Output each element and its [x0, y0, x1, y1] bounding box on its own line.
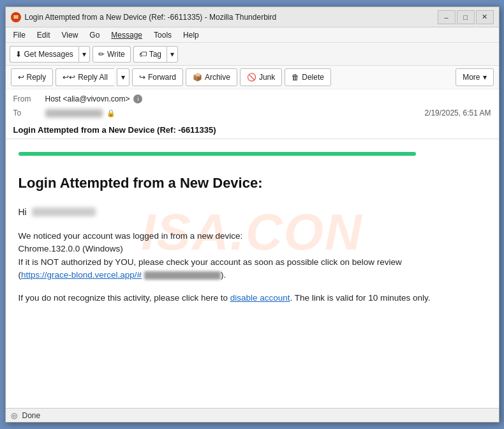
email-content: ISA.CON Login Attempted from a New Devic…: [6, 139, 499, 327]
email-paragraph-1: We noticed your account was logged in fr…: [19, 230, 486, 282]
main-toolbar: ⬇ Get Messages ▾ ✏ Write 🏷 Tag ▾: [6, 43, 499, 66]
reply-all-icon: ↩↩: [63, 73, 75, 82]
disable-account-link[interactable]: disable account: [230, 293, 290, 303]
more-button[interactable]: More ▾: [456, 68, 493, 86]
header-fields: From Host <alia@vivovn.com> i To 🔒 2/19/…: [6, 89, 499, 123]
minimize-button[interactable]: –: [438, 10, 456, 24]
reply-all-dropdown[interactable]: ▾: [117, 68, 130, 86]
write-icon: ✏: [98, 50, 105, 59]
window-controls: – □ ✕: [438, 10, 494, 24]
email-header: ↩ Reply ↩↩ Reply All ▾ ↪ Forward 📦 Archi…: [6, 66, 499, 139]
title-bar: ✉ Login Attempted from a New Device (Ref…: [6, 7, 499, 27]
forward-button[interactable]: ↪ Forward: [132, 68, 183, 86]
maximize-button[interactable]: □: [457, 10, 475, 24]
email-inner: Login Attempted from a New Device: Hi We…: [19, 175, 486, 305]
reply-all-button[interactable]: ↩↩ Reply All: [56, 68, 114, 86]
delete-button[interactable]: 🗑 Delete: [285, 68, 331, 86]
write-button[interactable]: ✏ Write: [93, 46, 131, 63]
link-blurred: [144, 271, 221, 280]
to-value: 🔒: [45, 109, 425, 117]
get-messages-button[interactable]: ⬇ Get Messages: [10, 46, 78, 63]
email-paragraph-2: If you do not recognize this activity, p…: [19, 292, 486, 305]
tag-dropdown[interactable]: ▾: [167, 46, 178, 63]
tag-button[interactable]: 🏷 Tag: [133, 46, 167, 63]
status-icon: ◎: [11, 411, 17, 420]
status-bar: ◎ Done: [6, 408, 499, 422]
archive-button[interactable]: 📦 Archive: [186, 68, 237, 86]
menu-file[interactable]: File: [8, 29, 31, 41]
menu-tools[interactable]: Tools: [149, 29, 177, 41]
from-row: From Host <alia@vivovn.com> i: [13, 92, 491, 106]
download-icon: ⬇: [15, 50, 22, 59]
tag-icon: 🏷: [139, 50, 147, 59]
action-bar: ↩ Reply ↩↩ Reply All ▾ ↪ Forward 📦 Archi…: [6, 66, 499, 89]
subject-text: Login Attempted from a New Device (Ref: …: [13, 125, 216, 135]
forward-icon: ↪: [139, 73, 145, 82]
from-label: From: [13, 94, 45, 103]
to-address-blurred: [45, 109, 103, 117]
status-text: Done: [22, 411, 41, 420]
close-button[interactable]: ✕: [476, 10, 494, 24]
lock-icon: 🔒: [107, 109, 115, 117]
delete-icon: 🗑: [292, 73, 299, 82]
app-icon: ✉: [11, 12, 21, 22]
email-headline: Login Attempted from a New Device:: [19, 175, 486, 192]
menu-edit[interactable]: Edit: [32, 29, 56, 41]
menu-bar: File Edit View Go Message Tools Help: [6, 27, 499, 43]
accent-bar: [19, 152, 416, 156]
main-window: ✉ Login Attempted from a New Device (Ref…: [5, 6, 500, 423]
recipient-name-blurred: [32, 207, 96, 216]
reply-icon: ↩: [18, 73, 24, 82]
subject-row: Login Attempted from a New Device (Ref: …: [6, 123, 499, 139]
reply-button[interactable]: ↩ Reply: [11, 68, 54, 86]
menu-help[interactable]: Help: [178, 29, 204, 41]
email-body: ISA.CON Login Attempted from a New Devic…: [6, 139, 499, 408]
email-greeting: Hi: [19, 207, 486, 217]
archive-icon: 📦: [193, 73, 202, 82]
tag-group: 🏷 Tag ▾: [133, 46, 178, 63]
get-messages-group: ⬇ Get Messages ▾: [10, 46, 90, 63]
get-messages-dropdown[interactable]: ▾: [78, 46, 90, 63]
menu-go[interactable]: Go: [84, 29, 105, 41]
window-title: Login Attempted from a New Device (Ref: …: [25, 13, 438, 22]
junk-icon: 🚫: [247, 73, 256, 82]
to-label: To: [13, 109, 45, 117]
junk-button[interactable]: 🚫 Junk: [240, 68, 282, 86]
menu-view[interactable]: View: [57, 29, 84, 41]
to-row: To 🔒 2/19/2025, 6:51 AM: [13, 106, 491, 120]
from-value: Host <alia@vivovn.com> i: [45, 94, 491, 103]
email-date: 2/19/2025, 6:51 AM: [424, 109, 491, 117]
review-link[interactable]: https://grace-blond.vercel.app/#: [21, 270, 142, 280]
more-dropdown-icon: ▾: [483, 73, 487, 82]
sender-security-icon[interactable]: i: [133, 94, 142, 103]
menu-message[interactable]: Message: [106, 29, 147, 41]
